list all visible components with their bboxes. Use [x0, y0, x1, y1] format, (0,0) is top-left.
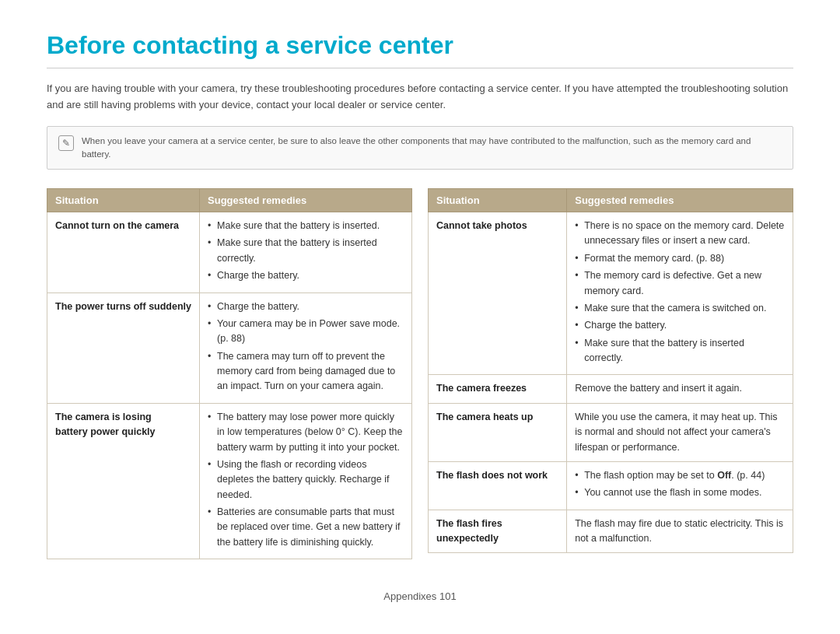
list-item: Charge the battery. — [208, 299, 404, 314]
right-table-wrap: Situation Suggested remedies Cannot take… — [428, 188, 793, 559]
footer: Appendixes 101 — [47, 590, 793, 602]
remedies-cell: While you use the camera, it may heat up… — [567, 403, 793, 461]
bold-off: Off — [717, 470, 731, 481]
list-item: Make sure that the battery is inserted c… — [208, 236, 404, 266]
table-row: The flash fires unexpectedly The flash m… — [429, 510, 793, 553]
remedies-cell: There is no space on the memory card. De… — [567, 212, 793, 375]
remedies-cell: Remove the battery and insert it again. — [567, 375, 793, 403]
situation-cell: Cannot take photos — [429, 212, 567, 375]
left-col-situation: Situation — [47, 189, 200, 212]
intro-text: If you are having trouble with your came… — [47, 81, 793, 114]
remedies-cell: The flash may fire due to static electri… — [567, 510, 793, 553]
remedies-cell: The battery may lose power more quickly … — [200, 403, 412, 559]
bullet-list: The battery may lose power more quickly … — [208, 410, 404, 550]
list-item: Format the memory card. (p. 88) — [575, 251, 785, 266]
note-icon: ✎ — [58, 135, 74, 151]
table-row: The camera freezes Remove the battery an… — [429, 375, 793, 403]
remedies-cell: Make sure that the battery is inserted. … — [200, 212, 412, 293]
list-item: Charge the battery. — [208, 268, 404, 283]
list-item: Using the flash or recording videos depl… — [208, 457, 404, 503]
left-table-wrap: Situation Suggested remedies Cannot turn… — [47, 188, 412, 559]
left-col-remedies: Suggested remedies — [200, 189, 412, 212]
list-item: The flash option may be set to Off. (p. … — [575, 468, 785, 483]
footer-page-number: 101 — [439, 590, 457, 602]
table-row: The flash does not work The flash option… — [429, 461, 793, 510]
situation-cell: The camera freezes — [429, 375, 567, 403]
right-table: Situation Suggested remedies Cannot take… — [428, 188, 793, 553]
situation-cell: The power turns off suddenly — [47, 292, 200, 403]
bullet-list: There is no space on the memory card. De… — [575, 219, 785, 366]
list-item: The battery may lose power more quickly … — [208, 410, 404, 455]
table-row: Cannot turn on the camera Make sure that… — [47, 212, 412, 293]
table-row: The power turns off suddenly Charge the … — [47, 292, 412, 403]
list-item: Your camera may be in Power save mode. (… — [208, 317, 404, 347]
situation-cell: Cannot turn on the camera — [47, 212, 200, 293]
table-row: The camera heats up While you use the ca… — [429, 403, 793, 461]
list-item: You cannot use the flash in some modes. — [575, 485, 785, 500]
bullet-list: Charge the battery. Your camera may be i… — [208, 299, 404, 394]
footer-label: Appendixes — [383, 590, 436, 602]
page-title: Before contacting a service center — [47, 31, 793, 68]
list-item: Make sure that the camera is switched on… — [575, 301, 785, 316]
situation-cell: The flash does not work — [429, 461, 567, 510]
list-item: Batteries are consumable parts that must… — [208, 505, 404, 550]
situation-cell: The camera is losing battery power quick… — [47, 403, 200, 559]
list-item: Charge the battery. — [575, 318, 785, 333]
situation-line1: The flash fires — [436, 518, 502, 529]
list-item: The memory card is defective. Get a new … — [575, 268, 785, 299]
situation-cell: The camera heats up — [429, 403, 567, 461]
situation-line1: The camera is losing — [55, 412, 152, 422]
list-item: Make sure that the battery is inserted. — [208, 219, 404, 233]
table-row: The camera is losing battery power quick… — [47, 403, 412, 559]
left-table: Situation Suggested remedies Cannot turn… — [47, 188, 412, 559]
note-box: ✎ When you leave your camera at a servic… — [47, 126, 793, 170]
situation-line2: battery power quickly — [55, 426, 156, 437]
list-item: The camera may turn off to prevent the m… — [208, 349, 404, 394]
tables-container: Situation Suggested remedies Cannot turn… — [47, 188, 793, 559]
right-col-situation: Situation — [429, 189, 567, 212]
bullet-list: Make sure that the battery is inserted. … — [208, 219, 404, 284]
table-row: Cannot take photos There is no space on … — [429, 212, 793, 375]
remedies-cell: The flash option may be set to Off. (p. … — [567, 461, 793, 510]
list-item: Make sure that the battery is inserted c… — [575, 336, 785, 366]
situation-cell: The flash fires unexpectedly — [429, 510, 567, 553]
right-col-remedies: Suggested remedies — [567, 189, 793, 212]
bullet-list: The flash option may be set to Off. (p. … — [575, 468, 785, 501]
list-item: There is no space on the memory card. De… — [575, 219, 785, 249]
remedies-cell: Charge the battery. Your camera may be i… — [200, 292, 412, 403]
note-text: When you leave your camera at a service … — [82, 135, 782, 162]
situation-line2: unexpectedly — [436, 533, 499, 544]
